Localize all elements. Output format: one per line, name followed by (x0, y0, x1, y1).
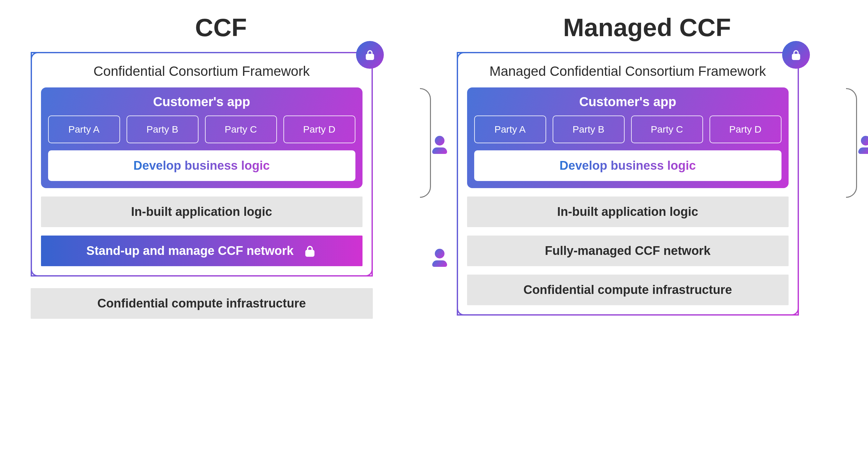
person-icon (432, 136, 447, 154)
managed-app-card: Customer's app Party A Party B Party C P… (467, 88, 788, 188)
ccf-party-row: Party A Party B Party C Party D (48, 116, 355, 143)
svg-rect-2 (792, 54, 799, 59)
ccf-inbuilt-bar: In-built application logic (41, 196, 363, 227)
managed-ccf-heading: Managed CCF (563, 13, 731, 42)
lock-icon (782, 41, 810, 69)
ccf-develop-label: Develop business logic (133, 159, 270, 172)
managed-framework-title: Managed Confidential Consortium Framewor… (467, 64, 788, 79)
ccf-framework-box: Confidential Consortium Framework Custom… (31, 52, 373, 277)
person-icon (432, 249, 447, 267)
managed-ccf-column: Managed CCF Managed Confidential Consort… (457, 13, 838, 316)
bracket-app (846, 88, 857, 198)
party-box: Party D (710, 116, 781, 143)
managed-develop-bar: Develop business logic (474, 150, 781, 181)
party-box: Party C (631, 116, 703, 143)
ccf-infra-bar: Confidential compute infrastructure (31, 288, 373, 319)
ccf-framework-title: Confidential Consortium Framework (41, 64, 363, 79)
managed-inbuilt-bar: In-built application logic (467, 196, 788, 227)
managed-develop-label: Develop business logic (559, 159, 695, 172)
ccf-heading: CCF (195, 13, 247, 42)
lock-icon (303, 244, 317, 258)
managed-infra-bar: Confidential compute infrastructure (467, 274, 788, 305)
ccf-develop-bar: Develop business logic (48, 150, 355, 181)
svg-rect-0 (366, 54, 373, 59)
person-icon (858, 136, 868, 154)
managed-party-row: Party A Party B Party C Party D (474, 116, 781, 143)
party-box: Party B (553, 116, 625, 143)
managed-framework-box: Managed Confidential Consortium Framewor… (457, 52, 799, 316)
svg-rect-1 (306, 250, 314, 256)
managed-manage-bar: Fully-managed CCF network (467, 235, 788, 266)
diagram-columns: CCF Confidential Consortium Framework Cu… (19, 13, 849, 319)
party-box: Party B (127, 116, 198, 143)
lock-icon (356, 41, 384, 69)
party-box: Party C (205, 116, 277, 143)
ccf-manage-label: Stand-up and manage CCF network (87, 244, 294, 258)
ccf-app-title: Customer's app (48, 95, 355, 109)
ccf-manage-bar: Stand-up and manage CCF network (41, 235, 363, 266)
managed-app-title: Customer's app (474, 95, 781, 109)
party-box: Party D (283, 116, 355, 143)
party-box: Party A (48, 116, 120, 143)
ccf-app-card: Customer's app Party A Party B Party C P… (41, 88, 363, 188)
party-box: Party A (474, 116, 546, 143)
bracket-app (420, 88, 431, 198)
managed-ccf-stack: Managed Confidential Consortium Framewor… (457, 52, 838, 316)
ccf-column: CCF Confidential Consortium Framework Cu… (31, 13, 411, 319)
ccf-stack: Confidential Consortium Framework Custom… (31, 52, 411, 319)
